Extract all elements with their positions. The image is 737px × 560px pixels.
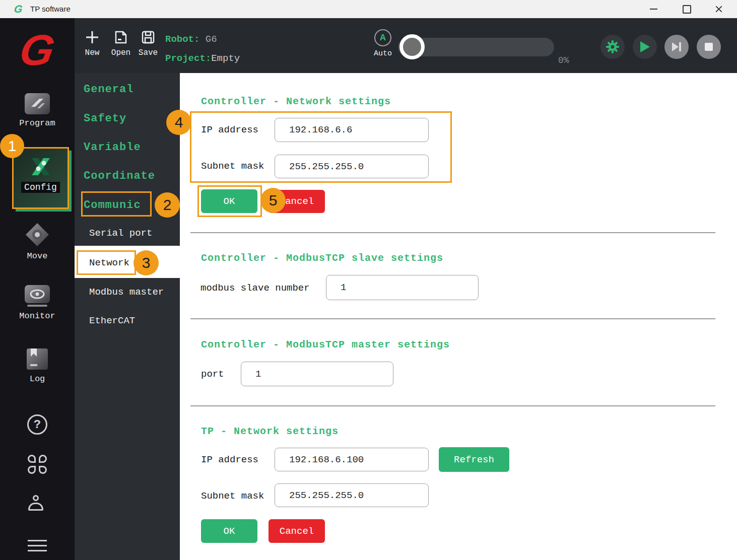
- sidebar-item-label: Log: [0, 374, 75, 384]
- controller-network-cancel-button[interactable]: Cancel: [269, 190, 325, 213]
- app-window: G TP software G Program: [0, 0, 737, 560]
- monitor-icon: [24, 285, 50, 308]
- tp-network-cancel-button[interactable]: Cancel: [269, 519, 325, 543]
- minimize-icon: [650, 9, 657, 10]
- app-logo-icon: G: [13, 3, 23, 15]
- config-menu-panel: General Safety Variable Coordinate Commu…: [75, 73, 180, 560]
- network-settings-page: Controller - Network settings IP address…: [180, 73, 737, 560]
- project-label: Project:: [165, 53, 211, 64]
- run-button[interactable]: [633, 35, 657, 59]
- menu-item-ethercat[interactable]: EtherCAT: [89, 315, 135, 326]
- menu-item-coordinate[interactable]: Coordinate: [84, 170, 155, 182]
- help-icon: ?: [27, 414, 47, 435]
- sidebar: G Program Config: [0, 18, 75, 560]
- section-title-modbus-master: Controller - ModbusTCP master settings: [201, 339, 450, 351]
- port-label: port: [201, 369, 224, 380]
- hamburger-icon: [28, 536, 47, 555]
- minimize-button[interactable]: [642, 0, 665, 18]
- menu-button[interactable]: [0, 536, 75, 555]
- menu-item-network[interactable]: Network: [75, 246, 180, 278]
- menu-item-safety[interactable]: Safety: [84, 112, 126, 125]
- open-button[interactable]: Open: [108, 30, 133, 57]
- menu-item-general[interactable]: General: [84, 83, 133, 96]
- settings-button[interactable]: [600, 35, 625, 59]
- open-icon: [114, 30, 128, 44]
- window-title: TP software: [30, 5, 71, 13]
- move-icon: [24, 222, 50, 248]
- gear-icon: [605, 39, 620, 54]
- menu-item-variable[interactable]: Variable: [84, 141, 141, 154]
- program-icon: [24, 93, 50, 115]
- controller-ip-address-input[interactable]: [275, 118, 429, 142]
- section-title-controller-network: Controller - Network settings: [201, 96, 391, 107]
- section-divider: [190, 405, 715, 406]
- modbus-slave-number-input[interactable]: [326, 275, 479, 300]
- new-icon: [85, 30, 99, 44]
- auto-mode-button[interactable]: A Auto: [368, 29, 398, 58]
- project-value: Empty: [211, 53, 240, 64]
- user-button[interactable]: [0, 495, 75, 515]
- save-button[interactable]: Save: [136, 30, 161, 57]
- menu-item-communic[interactable]: Communic: [84, 199, 141, 212]
- step-forward-icon: [671, 41, 682, 52]
- stop-button[interactable]: [697, 35, 721, 59]
- speed-slider-handle[interactable]: [399, 34, 425, 59]
- tp-network-ok-button[interactable]: OK: [201, 519, 257, 543]
- refresh-button[interactable]: Refresh: [439, 447, 509, 472]
- titlebar: G TP software: [0, 0, 737, 19]
- brand-logo-icon: G: [0, 25, 79, 75]
- help-button[interactable]: ?: [0, 414, 75, 435]
- sidebar-item-label: Monitor: [0, 311, 75, 321]
- auto-mode-icon: A: [374, 29, 391, 46]
- section-title-modbus-slave: Controller - ModbusTCP slave settings: [201, 252, 443, 264]
- sidebar-item-config[interactable]: Config: [12, 147, 69, 209]
- save-label: Save: [136, 48, 161, 57]
- step-button[interactable]: [664, 35, 689, 59]
- modbus-master-port-input[interactable]: [241, 362, 393, 386]
- tp-ip-address-input[interactable]: [275, 448, 429, 471]
- close-icon: [715, 6, 722, 13]
- stop-icon: [704, 42, 714, 52]
- sidebar-item-monitor[interactable]: Monitor: [0, 285, 75, 321]
- controller-network-ok-button[interactable]: OK: [201, 189, 257, 213]
- sidebar-item-program[interactable]: Program: [0, 93, 75, 128]
- apps-icon: [28, 455, 47, 474]
- play-icon: [639, 41, 650, 53]
- robot-value: G6: [206, 34, 217, 45]
- toolbar: New Open Save Robot: G6 Project:Empty: [75, 18, 737, 73]
- close-button[interactable]: [707, 0, 730, 18]
- sidebar-item-label: Move: [0, 251, 75, 261]
- sidebar-item-move[interactable]: Move: [0, 222, 75, 261]
- speed-percent: 0%: [558, 55, 569, 65]
- user-icon: [27, 495, 47, 515]
- maximize-button[interactable]: [675, 0, 698, 18]
- log-icon: [26, 347, 49, 371]
- tp-subnet-mask-label: Subnet mask: [201, 491, 264, 502]
- menu-item-network-label: Network: [89, 257, 129, 268]
- ip-address-label: IP address: [201, 124, 258, 135]
- sidebar-item-label: Config: [21, 182, 60, 193]
- robot-info: Robot: G6: [165, 34, 217, 45]
- menu-item-serial-port[interactable]: Serial port: [89, 228, 152, 239]
- controller-subnet-mask-input[interactable]: [275, 155, 429, 178]
- robot-label: Robot:: [165, 34, 199, 45]
- subnet-mask-label: Subnet mask: [201, 161, 264, 172]
- modbus-slave-number-label: modbus slave number: [200, 283, 310, 294]
- maximize-icon: [683, 5, 691, 14]
- project-info: Project:Empty: [165, 53, 240, 64]
- sidebar-item-log[interactable]: Log: [0, 347, 75, 384]
- new-button[interactable]: New: [80, 30, 105, 57]
- new-label: New: [80, 48, 105, 57]
- apps-button[interactable]: [0, 455, 75, 474]
- section-divider: [190, 318, 715, 319]
- section-title-tp-network: TP - Network settings: [201, 426, 339, 437]
- save-icon: [141, 30, 155, 44]
- menu-item-modbus-master[interactable]: Modbus master: [89, 287, 164, 298]
- config-icon: [29, 155, 53, 179]
- auto-mode-label: Auto: [368, 49, 398, 58]
- sidebar-item-label: Program: [0, 118, 75, 128]
- tp-subnet-mask-input[interactable]: [275, 483, 429, 507]
- tp-ip-address-label: IP address: [201, 454, 258, 465]
- section-divider: [190, 232, 715, 233]
- open-label: Open: [108, 48, 133, 57]
